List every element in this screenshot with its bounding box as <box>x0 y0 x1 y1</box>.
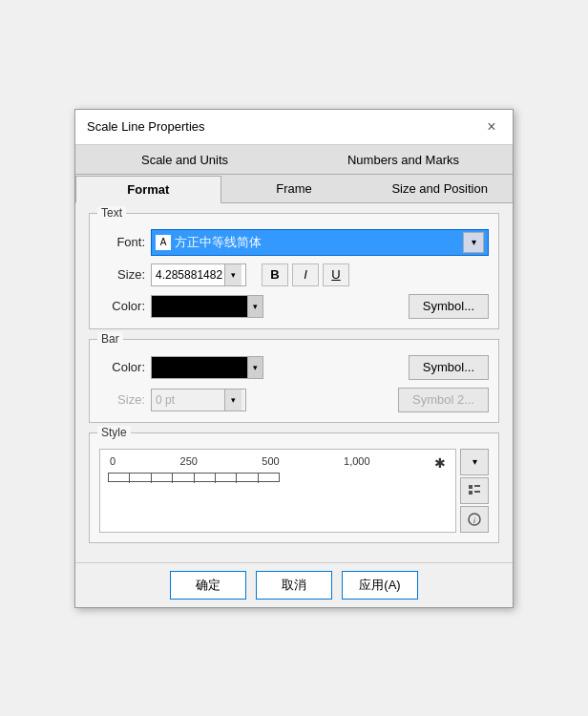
text-color-row: Color: ▾ Symbol... <box>99 294 489 319</box>
bar-color-label: Color: <box>99 360 145 374</box>
font-icon: A <box>156 235 171 250</box>
scale-numbers: 0 250 500 1,000 ✱ <box>108 455 448 471</box>
svg-rect-1 <box>469 491 472 495</box>
text-color-dropdown-button[interactable]: ▾ <box>247 296 262 317</box>
svg-rect-2 <box>474 485 480 487</box>
tab-format[interactable]: Format <box>75 176 221 203</box>
size-row: Size: 4.285881482 ▾ B I U <box>99 263 489 286</box>
bar-color-row: Color: ▾ Symbol... <box>99 355 489 380</box>
tab-scale-and-units[interactable]: Scale and Units <box>75 145 294 174</box>
bar-section-label: Bar <box>97 332 123 346</box>
tab-size-and-position[interactable]: Size and Position <box>367 175 513 202</box>
text-section-label: Text <box>97 206 126 220</box>
dialog-title: Scale Line Properties <box>87 119 205 134</box>
footer: 确定 取消 应用(A) <box>75 562 513 607</box>
bar-symbol2-button: Symbol 2... <box>398 388 489 412</box>
size-select[interactable]: 4.285881482 ▾ <box>151 263 246 286</box>
tab-numbers-and-marks[interactable]: Numbers and Marks <box>294 145 513 174</box>
font-select[interactable]: A 方正中等线简体 ▾ <box>151 229 489 256</box>
scale-line-properties-dialog: Scale Line Properties × Scale and Units … <box>74 109 514 608</box>
svg-rect-3 <box>474 491 480 493</box>
svg-text:i: i <box>473 516 476 525</box>
font-name: 方正中等线简体 <box>175 234 463 251</box>
style-section: Style 0 250 500 1,000 ✱ <box>89 432 499 543</box>
tab-content: Text Font: A 方正中等线简体 ▾ Size: 4.285881482… <box>75 203 513 562</box>
style-inner: 0 250 500 1,000 ✱ <box>99 449 489 533</box>
underline-button[interactable]: U <box>323 263 349 286</box>
tabs-row1: Scale and Units Numbers and Marks <box>75 145 513 175</box>
bar-size-dropdown-button[interactable]: ▾ <box>224 390 242 411</box>
tab-frame[interactable]: Frame <box>221 175 368 202</box>
bold-button[interactable]: B <box>262 263 288 286</box>
style-section-label: Style <box>97 426 131 439</box>
size-label: Size: <box>99 267 145 282</box>
bar-color-picker[interactable]: ▾ <box>151 356 263 379</box>
font-dropdown-button[interactable]: ▾ <box>463 232 484 253</box>
font-row: Font: A 方正中等线简体 ▾ <box>99 229 489 256</box>
tabs-row2: Format Frame Size and Position <box>75 175 513 203</box>
text-color-label: Color: <box>99 299 145 313</box>
text-color-swatch <box>152 296 247 317</box>
style-list-icon-button[interactable] <box>460 477 489 504</box>
style-info-icon-button[interactable]: i <box>460 506 489 533</box>
bar-color-swatch <box>152 357 247 378</box>
style-buttons: ▾ i <box>460 449 489 533</box>
text-section: Text Font: A 方正中等线简体 ▾ Size: 4.285881482… <box>89 213 499 329</box>
bar-size-row: Size: 0 pt ▾ Symbol 2... <box>99 388 489 412</box>
ok-button[interactable]: 确定 <box>170 571 246 600</box>
size-dropdown-button[interactable]: ▾ <box>224 264 242 285</box>
title-bar: Scale Line Properties × <box>75 110 513 145</box>
apply-button[interactable]: 应用(A) <box>342 571 418 600</box>
svg-rect-0 <box>469 485 472 489</box>
bar-size-select[interactable]: 0 pt ▾ <box>151 389 246 411</box>
text-color-picker[interactable]: ▾ <box>151 295 263 318</box>
close-button[interactable]: × <box>482 117 501 137</box>
text-symbol-button[interactable]: Symbol... <box>409 294 489 319</box>
bar-size-label: Size: <box>99 392 145 407</box>
bar-color-dropdown-button[interactable]: ▾ <box>247 357 262 378</box>
scale-bar <box>108 473 448 482</box>
italic-button[interactable]: I <box>292 263 319 286</box>
bar-symbol-button[interactable]: Symbol... <box>409 355 489 380</box>
scale-preview: 0 250 500 1,000 ✱ <box>99 449 456 533</box>
cancel-button[interactable]: 取消 <box>256 571 332 600</box>
font-label: Font: <box>99 235 145 249</box>
style-dropdown-button[interactable]: ▾ <box>460 449 489 475</box>
bar-section: Bar Color: ▾ Symbol... Size: 0 pt <box>89 339 499 423</box>
scale-bar-inner <box>108 473 280 482</box>
